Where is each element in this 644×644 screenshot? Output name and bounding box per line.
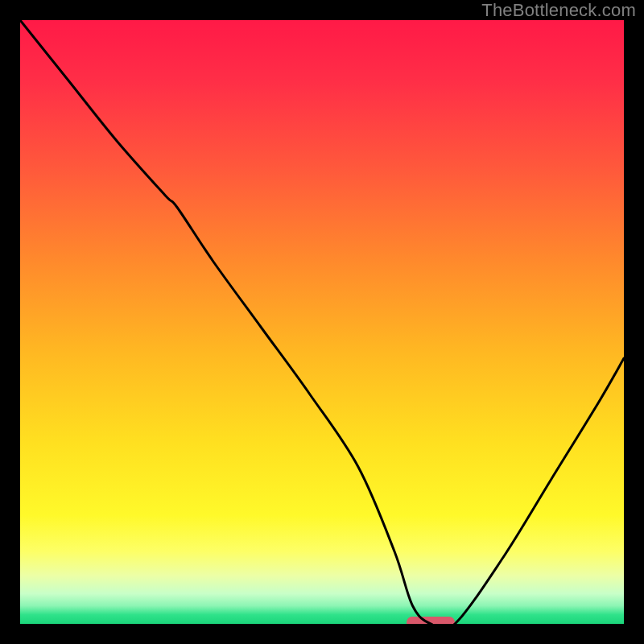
watermark-text: TheBottleneck.com <box>481 0 636 21</box>
plot-area <box>20 20 624 624</box>
bottleneck-curve <box>20 20 624 624</box>
chart-frame: TheBottleneck.com <box>0 0 644 644</box>
